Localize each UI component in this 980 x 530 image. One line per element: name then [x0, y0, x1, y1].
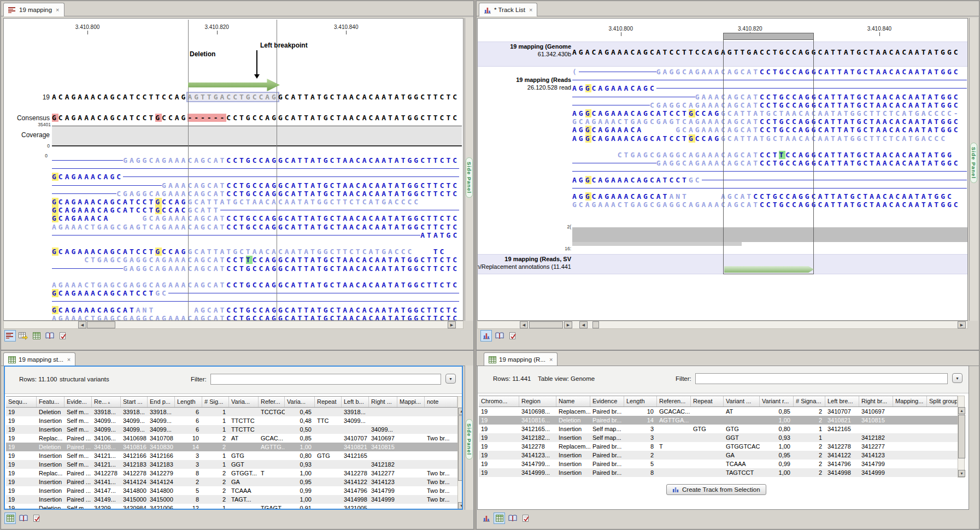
sequence-read[interactable]: GCAGAAACAGC — [52, 173, 459, 181]
export-table-icon[interactable] — [17, 330, 29, 341]
sequence-read[interactable]: GCAGAAACAGCATCCTGCCACGCATT — [52, 206, 459, 214]
table-row[interactable]: 19DeletionSelf m...34209...3420984342100… — [6, 504, 457, 510]
column-header[interactable]: Split group — [927, 396, 958, 407]
column-header[interactable]: Re...▴ — [92, 397, 121, 407]
table-row[interactable]: 193412278Replacem...Paired br...8TGTGGTC… — [479, 442, 958, 451]
sequence-read[interactable]: GCAGAAACAGCATCCTGCCAGGCATTATGCTAACACAATA… — [52, 198, 420, 206]
close-icon[interactable]: × — [529, 7, 532, 13]
coverage-graph[interactable] — [52, 126, 462, 146]
table-row[interactable]: 193414123...InsertionPaired br...2GA0,95… — [479, 451, 958, 460]
reads-view-icon[interactable] — [4, 330, 16, 341]
sequence-read[interactable]: GAAACAGCATCCTGCCAGGCATTATGCTAACACAATATGG… — [52, 181, 459, 190]
column-header[interactable]: Refer... — [259, 397, 285, 407]
column-header[interactable]: Varia... — [285, 397, 315, 407]
sequence-read[interactable]: GAGGCAGAAACAGCATCCTGCCAGGCATTATGCTAACACA… — [52, 156, 459, 164]
sequence-read[interactable]: GCAGAAACAGCATANTAGCATCCTGCCAGGCATTATGCTA… — [52, 306, 459, 314]
column-header[interactable]: Repeat — [315, 397, 342, 407]
tab-19-mapping-st[interactable]: 19 mapping st... × — [3, 352, 75, 366]
table-view-icon[interactable] — [494, 513, 505, 524]
column-header[interactable]: Varia... — [229, 397, 259, 407]
notes-check-icon[interactable] — [57, 330, 68, 341]
scroll-thumb-2[interactable] — [592, 321, 599, 328]
column-header[interactable]: Start ... — [121, 397, 148, 407]
close-icon[interactable]: × — [67, 356, 71, 363]
close-icon[interactable]: × — [56, 7, 59, 13]
mapping-view[interactable]: 3.410.8003.410.8203.410.840 ACAGAAACAGCA… — [3, 18, 463, 321]
column-header[interactable]: Left bre... — [825, 396, 859, 407]
consensus-sequence[interactable]: GCAGAAACAGCATCCTGCCAG------CCTGCCAGGCATT… — [52, 114, 459, 122]
sequence-read[interactable]: CGAGGCAGAAACAGCATCCTGCCAGGCATTATGCTAACAC… — [52, 190, 459, 198]
filter-input[interactable] — [210, 374, 441, 385]
sequence-read[interactable]: AGAAACTGAGCGAGGCAGAAACAGCATCCTGCCAGGCATT… — [52, 314, 459, 321]
sequence-read[interactable] — [52, 297, 459, 305]
side-panel-handle[interactable]: Side Panel — [970, 143, 977, 183]
table-row[interactable]: 193410698...Replacem...Paired br...10GCA… — [479, 407, 958, 416]
column-header[interactable]: Length — [624, 396, 657, 407]
table-row[interactable]: 19InsertionPaired ...34149...34150003415… — [6, 495, 457, 504]
column-header[interactable]: note — [425, 397, 457, 407]
column-header[interactable]: Length — [175, 397, 202, 407]
mapping-hscrollbar[interactable]: ◀ ▶ — [3, 321, 463, 329]
table-row[interactable]: 19InsertionSelf m...34099...34099...3409… — [6, 425, 457, 434]
variant-table-view[interactable]: Rows: 11.441 Table view: Genome Filter: … — [477, 366, 969, 510]
column-header[interactable]: Evidence — [590, 396, 624, 407]
table-row[interactable]: 193412165...InsertionSelf map...3GTGGTG0… — [479, 425, 958, 433]
notes-check-icon[interactable] — [507, 330, 518, 341]
sequence-read[interactable]: GCAGAAACAGCATCCTGC — [52, 289, 459, 297]
scroll-down-button[interactable]: ▼ — [958, 470, 965, 477]
table-row[interactable]: 193410816...DeletionPaired br...14AGTTGA… — [479, 416, 958, 425]
column-header[interactable]: Name — [556, 396, 590, 407]
reference-sequence[interactable]: ACAGAAACAGCATCCTTCCAGAGTTGACCTGCCAGGCATT… — [52, 93, 459, 101]
column-header[interactable]: Right br... — [859, 396, 893, 407]
column-header[interactable]: # Signa... — [794, 396, 825, 407]
tab-19-mapping-r[interactable]: 19 mapping (R... × — [484, 352, 558, 366]
table-row[interactable]: 19InsertionPaired ...34141...34141243414… — [6, 478, 457, 486]
sv-table-view[interactable]: Rows: 11.100 structural variants Filter:… — [4, 366, 463, 510]
scroll-thumb[interactable] — [458, 415, 463, 481]
sequence-read[interactable]: AGAAACTGAGCGAGGCAGAAACAGCATCCTGCCAGGCATT… — [52, 281, 459, 289]
table-row[interactable]: 193412182...InsertionSelf map...3GGT0,93… — [479, 433, 958, 442]
track-hscrollbar[interactable]: ◀ ▶ ◀ ▶ — [477, 321, 968, 329]
track-view-icon[interactable] — [480, 330, 492, 341]
tab-track-list[interactable]: * Track List × — [479, 3, 537, 16]
column-header[interactable]: Region — [519, 396, 556, 407]
table-row[interactable]: 19Replac...Paired ...34106...34106983410… — [6, 434, 457, 443]
table-row[interactable]: 193414999...InsertionPaired br...8TAGTCC… — [479, 468, 958, 477]
scroll-right-button[interactable]: ▶ — [564, 321, 572, 328]
tab-19-mapping[interactable]: 19 mapping × — [3, 3, 64, 16]
table-row[interactable]: 19InsertionSelf m...34121...341216634121… — [6, 451, 457, 460]
reads-track-title[interactable]: 19 mapping (Reads — [477, 76, 571, 83]
sv-table-vscrollbar[interactable]: ▲ ▼ — [457, 396, 463, 510]
sv-track-title[interactable]: 19 mapping (Reads, SV — [477, 256, 571, 262]
table-row[interactable]: 19InsertionPaired ...34147...34148003414… — [6, 486, 457, 495]
book-icon[interactable] — [17, 513, 29, 524]
notes-check-icon[interactable] — [31, 513, 42, 524]
column-header[interactable]: Featu... — [37, 397, 64, 407]
column-header[interactable]: End p... — [148, 397, 175, 407]
scroll-down-button[interactable]: ▼ — [458, 502, 463, 509]
column-header[interactable]: Right ... — [369, 397, 397, 407]
side-panel-handle[interactable]: Side Panel — [466, 419, 473, 460]
scroll-left-button[interactable]: ◀ — [520, 321, 528, 328]
track-list-view[interactable]: 3.410.8003.410.8203.410.840 19 mapping (… — [477, 18, 968, 321]
table-row[interactable]: 19InsertionSelf m...34121...341218334121… — [6, 460, 457, 469]
table-view-icon[interactable] — [31, 330, 42, 341]
table-row[interactable]: 19DeletionPaired ...34108...341081634108… — [6, 443, 457, 451]
track-view-icon[interactable] — [480, 513, 492, 524]
scroll-thumb[interactable] — [529, 321, 563, 328]
selection-box[interactable] — [723, 33, 814, 274]
column-header[interactable]: Referen... — [657, 396, 691, 407]
table-row[interactable]: 19InsertionSelf m...34099...34099...3409… — [6, 416, 457, 425]
selection-box-handle[interactable] — [723, 33, 814, 40]
create-track-from-selection-button[interactable]: Create Track from Selection — [666, 484, 766, 495]
scroll-thumb[interactable] — [87, 321, 115, 328]
column-header[interactable]: Left b... — [342, 397, 369, 407]
column-header[interactable]: # Sig... — [202, 397, 229, 407]
column-header[interactable]: Mappi... — [397, 397, 425, 407]
column-header[interactable]: Evide... — [64, 397, 92, 407]
column-header[interactable]: Chromo... — [479, 396, 519, 407]
scroll-left-button-2[interactable]: ◀ — [579, 321, 588, 328]
sequence-read[interactable]: GCAGAAACAGCATCCTGCCAGGCATTATGCTAACACAATA… — [52, 248, 446, 256]
sequence-read[interactable]: GAGGCAGAAACAGCATCCTGCCAGGCATTATGCTAACACA… — [52, 264, 459, 273]
variant-table-vscrollbar[interactable]: ▲ ▼ — [958, 396, 965, 478]
